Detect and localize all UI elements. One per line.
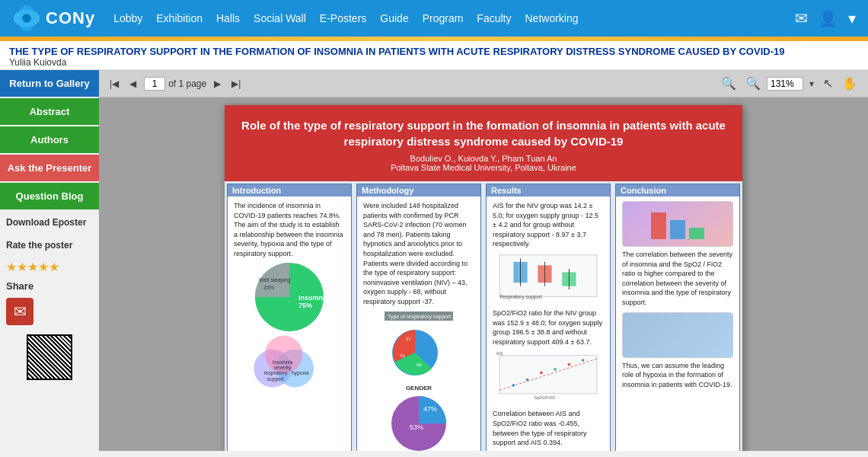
- svg-point-37: [512, 384, 515, 387]
- methodology-chart: Type of respiratory support 37 43 68: [385, 312, 453, 380]
- pan-tool-button[interactable]: ✋: [839, 75, 860, 92]
- conclusion-text2: Thus, we can assume the leading role of …: [622, 361, 733, 390]
- next-page-button[interactable]: ▶: [211, 77, 224, 91]
- svg-point-41: [568, 363, 571, 366]
- results-title: Results: [487, 184, 610, 197]
- poster-section-results: Results AIS for the NIV group was 14.2 ±…: [486, 184, 611, 451]
- poster-section-introduction: Introduction The incidence of insomnia i…: [227, 184, 352, 451]
- svg-text:43: 43: [400, 353, 405, 358]
- qr-code: [27, 334, 72, 380]
- svg-point-40: [554, 368, 557, 371]
- nav-lobby[interactable]: Lobby: [113, 12, 142, 24]
- svg-rect-44: [670, 220, 685, 239]
- top-navigation: CONy Lobby Exhibition Halls Social Wall …: [0, 0, 868, 37]
- svg-point-2: [22, 14, 30, 22]
- results-scatter: AIS SpO2/FiO2: [493, 350, 604, 403]
- svg-text:Respiratory support: Respiratory support: [499, 294, 542, 300]
- gender-chart: 53% 47%: [388, 393, 449, 451]
- nav-halls[interactable]: Halls: [216, 12, 240, 24]
- share-email-icon[interactable]: ✉: [6, 298, 34, 325]
- conclusion-chart: [647, 205, 708, 243]
- svg-text:hypoxia: hypoxia: [292, 370, 309, 376]
- rate-poster-button[interactable]: Rate the poster: [0, 234, 99, 257]
- nav-links: Lobby Exhibition Halls Social Wall E-Pos…: [113, 12, 795, 24]
- zoom-input[interactable]: [767, 77, 803, 91]
- conclusion-image-2: [622, 312, 733, 358]
- zoom-group: 🔍 🔍 ▾ ↖ ✋: [718, 75, 860, 92]
- question-blog-button[interactable]: Question Blog: [0, 183, 99, 209]
- svg-text:Well sleeping: Well sleeping: [259, 277, 291, 283]
- abstract-button[interactable]: Abstract: [0, 98, 99, 125]
- svg-text:Insomnia: Insomnia: [298, 294, 327, 302]
- zoom-in-button[interactable]: 🔍: [742, 75, 764, 92]
- pdf-toolbar: |◀ ◀ of 1 page ▶ ▶| 🔍 🔍 ▾ ↖ ✋: [99, 70, 868, 97]
- nav-program[interactable]: Program: [423, 12, 464, 24]
- svg-point-42: [582, 360, 585, 363]
- methodology-text: Were included 148 hospitalized patients …: [363, 201, 474, 307]
- mail-button[interactable]: ✉: [795, 9, 808, 27]
- intro-text: The incidence of insomnia in COVID-19 pa…: [234, 201, 345, 259]
- nav-eposters[interactable]: E-Posters: [320, 12, 366, 24]
- nav-exhibition[interactable]: Exhibition: [156, 12, 203, 24]
- intro-title: Introduction: [228, 184, 351, 197]
- nav-social-wall[interactable]: Social Wall: [254, 12, 306, 24]
- svg-rect-43: [651, 213, 666, 239]
- download-eposter-button[interactable]: Download Eposter: [0, 211, 99, 234]
- first-page-button[interactable]: |◀: [107, 77, 122, 91]
- poster-section-conclusion: Conclusion The correlation between the s…: [615, 184, 740, 451]
- poster-header: Role of the type of respiratory support …: [225, 105, 742, 181]
- poster-viewer: Role of the type of respiratory support …: [99, 97, 868, 451]
- select-tool-button[interactable]: ↖: [820, 75, 836, 92]
- results-boxplot: Respiratory support: [493, 249, 604, 302]
- svg-text:25%: 25%: [263, 285, 274, 290]
- nav-faculty[interactable]: Faculty: [477, 12, 511, 24]
- svg-text:75%: 75%: [298, 302, 312, 309]
- svg-text:47%: 47%: [423, 405, 437, 413]
- star-rating[interactable]: ★★★★★: [0, 257, 99, 277]
- logo-icon: [12, 4, 41, 33]
- dropdown-button[interactable]: ▾: [848, 9, 856, 27]
- results-text2: SpO2/FiO2 ratio for the NIV group was 15…: [493, 308, 604, 347]
- svg-text:AIS: AIS: [496, 351, 503, 356]
- prev-page-button[interactable]: ◀: [126, 77, 139, 91]
- authors-button[interactable]: Authors: [0, 126, 99, 153]
- page-total: of 1 page: [168, 78, 206, 89]
- last-page-button[interactable]: ▶|: [228, 77, 244, 91]
- svg-text:Type of respiratory support: Type of respiratory support: [388, 314, 451, 320]
- svg-text:37: 37: [406, 337, 411, 341]
- main-layout: Return to Gallery Abstract Authors Ask t…: [0, 70, 868, 451]
- svg-text:68: 68: [416, 363, 422, 367]
- intro-pie-chart: Insomnia 75% Well sleeping 25%: [234, 259, 345, 335]
- svg-text:severity: severity: [274, 365, 292, 371]
- zoom-dropdown-button[interactable]: ▾: [806, 77, 817, 91]
- sidebar: Return to Gallery Abstract Authors Ask t…: [0, 70, 99, 451]
- return-to-gallery-button[interactable]: Return to Gallery: [0, 70, 99, 97]
- content-area: |◀ ◀ of 1 page ▶ ▶| 🔍 🔍 ▾ ↖ ✋ Role: [99, 70, 868, 451]
- svg-text:support: support: [267, 376, 284, 382]
- svg-text:SpO2/FiO2: SpO2/FiO2: [535, 395, 555, 400]
- title-bar: THE TYPE OF RESPIRATORY SUPPORT IN THE F…: [0, 41, 868, 70]
- conclusion-image-1: [622, 201, 733, 247]
- nav-networking[interactable]: Networking: [525, 12, 578, 24]
- svg-point-38: [526, 379, 529, 382]
- results-text3: Correlation between AIS and SpO2/FiO2 ra…: [493, 409, 604, 447]
- logo[interactable]: CONy: [12, 4, 95, 33]
- nav-guide[interactable]: Guide: [380, 12, 408, 24]
- poster-body: Introduction The incidence of insomnia i…: [225, 181, 742, 451]
- poster-authors-line: Boduliev O., Kuiovda Y., Pham Tuan An: [240, 154, 727, 163]
- svg-rect-45: [689, 228, 704, 239]
- results-text: AIS for the NIV group was 14.2 ± 5.0; fo…: [493, 201, 604, 249]
- poster-section-methodology: Methodology Were included 148 hospitaliz…: [356, 184, 481, 451]
- svg-text:53%: 53%: [410, 423, 423, 431]
- ask-presenter-button[interactable]: Ask the Presenter: [0, 155, 99, 181]
- page-number-input[interactable]: [144, 77, 165, 91]
- conclusion-title: Conclusion: [616, 184, 739, 197]
- poster-affiliation: Poltava State Medical University, Poltav…: [240, 163, 727, 172]
- poster-title-bar: THE TYPE OF RESPIRATORY SUPPORT IN THE F…: [9, 46, 859, 57]
- nav-icons: ✉ 👤 ▾: [795, 9, 856, 27]
- zoom-out-button[interactable]: 🔍: [718, 75, 739, 92]
- page-info: of 1 page: [144, 77, 206, 91]
- user-button[interactable]: 👤: [819, 9, 838, 27]
- share-label: Share: [0, 277, 99, 295]
- logo-text: CONy: [46, 8, 95, 28]
